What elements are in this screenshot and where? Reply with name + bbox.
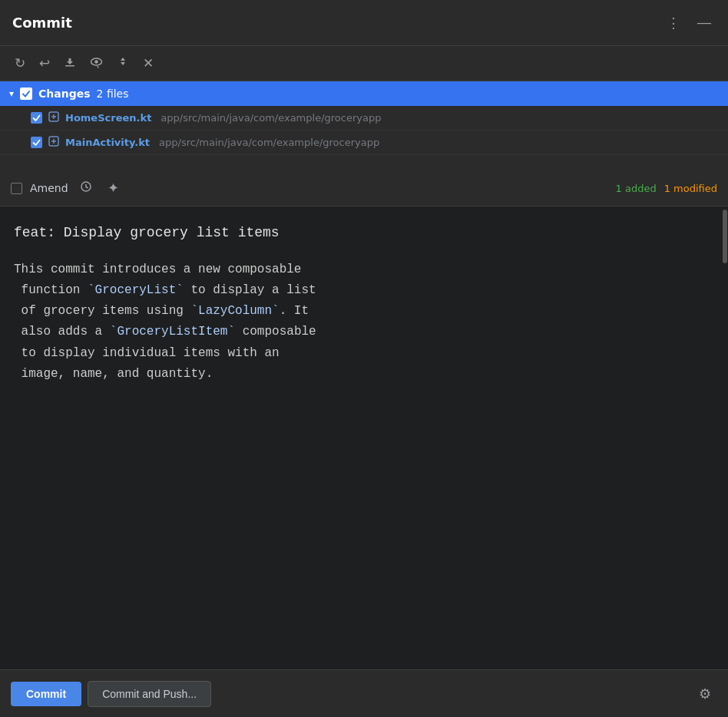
chevron-down-icon: ▾ bbox=[9, 88, 14, 99]
commit-body: This commit introduces a new composable … bbox=[14, 259, 714, 385]
svg-point-2 bbox=[94, 60, 98, 63]
title-bar-actions: ⋮ — bbox=[662, 13, 716, 33]
file-item-homescreen[interactable]: HomeScreen.kt app/src/main/java/com/exam… bbox=[0, 106, 728, 131]
download-icon bbox=[64, 55, 76, 71]
amend-checkbox[interactable] bbox=[11, 183, 22, 194]
file-modified-icon bbox=[48, 111, 59, 124]
amend-label: Amend bbox=[30, 182, 68, 194]
title-bar: Commit ⋮ — bbox=[0, 0, 728, 46]
amend-right: 1 added 1 modified bbox=[616, 183, 717, 194]
added-badge: 1 added bbox=[616, 183, 657, 194]
amend-add-button[interactable]: ✦ bbox=[104, 178, 123, 198]
file-name-mainactivity: MainActivity.kt bbox=[65, 137, 150, 148]
close-icon: ✕ bbox=[143, 55, 154, 71]
close-toolbar-button[interactable]: ✕ bbox=[137, 52, 159, 74]
panel-title: Commit bbox=[12, 15, 72, 31]
gear-icon: ⚙ bbox=[699, 686, 711, 702]
toggle-button[interactable] bbox=[111, 52, 134, 74]
bottom-actions: Commit Commit and Push... bbox=[11, 681, 211, 707]
changes-label: Changes bbox=[38, 88, 91, 100]
changes-count: 2 files bbox=[97, 88, 129, 100]
update-button[interactable] bbox=[58, 52, 81, 74]
file-path-mainactivity: app/src/main/java/com/example/groceryapp bbox=[159, 137, 379, 148]
commit-message-textarea[interactable]: feat: Display grocery list items This co… bbox=[0, 207, 728, 669]
commit-and-push-button[interactable]: Commit and Push... bbox=[88, 681, 211, 707]
scrollbar-thumb[interactable] bbox=[723, 210, 727, 263]
amend-history-button[interactable] bbox=[76, 179, 96, 197]
modified-badge: 1 modified bbox=[664, 183, 717, 194]
commit-panel: Commit ⋮ — ↻ ↩ bbox=[0, 0, 728, 717]
file-path-homescreen: app/src/main/java/com/example/groceryapp bbox=[160, 112, 381, 124]
preview-button[interactable] bbox=[84, 52, 108, 75]
minimize-button[interactable]: — bbox=[693, 13, 716, 32]
history-icon bbox=[80, 182, 92, 195]
file-name-homescreen: HomeScreen.kt bbox=[65, 112, 151, 124]
amend-row: Amend ✦ 1 added 1 modified bbox=[0, 170, 728, 207]
refresh-button[interactable]: ↻ bbox=[9, 52, 31, 74]
file-checkbox-homescreen[interactable] bbox=[31, 112, 42, 124]
amend-left: Amend ✦ bbox=[11, 178, 123, 198]
refresh-icon: ↻ bbox=[15, 55, 25, 71]
settings-button[interactable]: ⚙ bbox=[693, 682, 717, 705]
file-checkbox-mainactivity[interactable] bbox=[31, 137, 42, 148]
undo-button[interactable]: ↩ bbox=[34, 52, 55, 74]
commit-button[interactable]: Commit bbox=[11, 682, 81, 706]
file-item-mainactivity[interactable]: MainActivity.kt app/src/main/java/com/ex… bbox=[0, 131, 728, 155]
scrollbar-track bbox=[722, 207, 728, 669]
plus-icon: ✦ bbox=[108, 180, 119, 196]
svg-rect-0 bbox=[65, 65, 74, 67]
spacer bbox=[0, 155, 728, 170]
more-menu-button[interactable]: ⋮ bbox=[662, 13, 685, 33]
eye-icon bbox=[90, 55, 103, 72]
changes-checkbox[interactable] bbox=[20, 88, 32, 100]
commit-subject: feat: Display grocery list items bbox=[14, 222, 714, 244]
file-modified-icon-2 bbox=[48, 136, 59, 149]
bottom-bar: Commit Commit and Push... ⚙ bbox=[0, 669, 728, 717]
changes-group-header[interactable]: ▾ Changes 2 files bbox=[0, 81, 728, 106]
undo-icon: ↩ bbox=[39, 55, 50, 71]
toolbar: ↻ ↩ bbox=[0, 46, 728, 81]
message-wrapper: feat: Display grocery list items This co… bbox=[0, 207, 728, 669]
updown-icon bbox=[117, 55, 129, 71]
